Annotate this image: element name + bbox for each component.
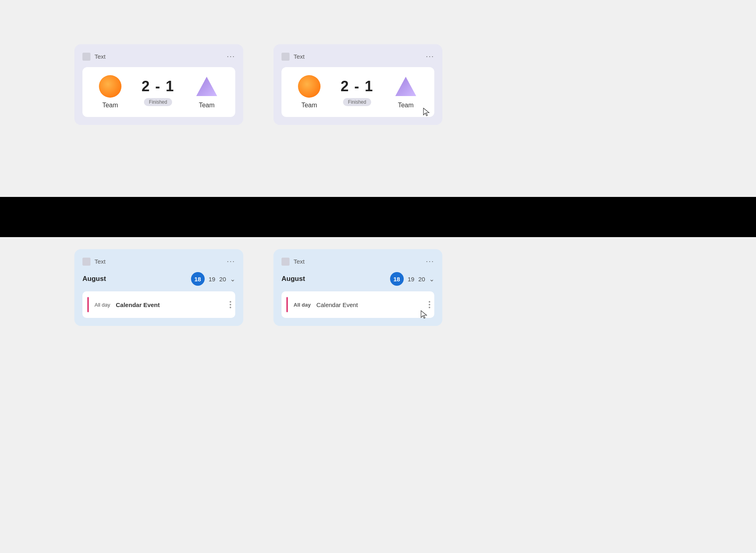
cal-dates-right: 18 19 20 ⌄ xyxy=(390,272,434,286)
text-icon-right xyxy=(281,53,290,61)
event-dot-3 xyxy=(230,307,231,308)
black-band xyxy=(0,197,756,237)
cal-event-row-left[interactable]: All day Calendar Event xyxy=(82,291,235,318)
team2-block-left: Team xyxy=(195,75,219,109)
text-icon-left xyxy=(82,53,90,61)
svg-marker-1 xyxy=(395,77,416,96)
card-header-left: Text ··· xyxy=(82,52,235,61)
score-center-left: 2 - 1 Finished xyxy=(142,78,175,106)
team1-logo-right xyxy=(298,75,320,98)
cal-header-right: Text ··· xyxy=(281,257,434,266)
team1-label-left: Team xyxy=(102,102,118,109)
cal-header-left-group: Text xyxy=(82,258,106,266)
cal-event-bar-left xyxy=(87,297,89,312)
score-text-left: 2 - 1 xyxy=(142,78,175,95)
finished-badge-right: Finished xyxy=(343,98,371,106)
more-dots-right[interactable]: ··· xyxy=(426,52,434,61)
svg-marker-0 xyxy=(196,77,217,96)
cal-header-left: Text ··· xyxy=(82,257,235,266)
cal-date-row-right: August 18 19 20 ⌄ xyxy=(281,272,434,286)
cal-event-bar-right xyxy=(286,297,288,312)
team1-block-left: Team xyxy=(99,75,121,109)
cal-date-active-left[interactable]: 18 xyxy=(191,272,205,286)
cal-more-dots-right[interactable]: ··· xyxy=(426,257,434,266)
cal-event-name-left: Calendar Event xyxy=(116,301,160,308)
card-header-right-group: Text xyxy=(281,53,305,61)
cal-date-active-right[interactable]: 18 xyxy=(390,272,404,286)
cal-date3-right[interactable]: 20 xyxy=(418,276,425,283)
cal-chevron-right[interactable]: ⌄ xyxy=(429,275,434,283)
calendar-card-left: Text ··· August 18 19 20 ⌄ All day Calen… xyxy=(74,249,243,326)
cal-header-right-group: Text xyxy=(281,258,305,266)
cal-allday-left: All day xyxy=(94,302,110,308)
cal-event-name-right: Calendar Event xyxy=(316,301,358,308)
team2-block-right: Team xyxy=(394,75,418,109)
card-header-left-group: Text xyxy=(82,53,106,61)
team2-label-right: Team xyxy=(398,102,413,109)
calendar-card-right: Text ··· August 18 19 20 ⌄ All day Calen… xyxy=(273,249,442,326)
score-card-right: Text ··· Team 2 - 1 Finished Team xyxy=(273,44,442,125)
event-dot-r3 xyxy=(429,307,430,308)
event-dot-1 xyxy=(230,301,231,303)
cal-text-icon-left xyxy=(82,258,90,266)
cal-card-title-right: Text xyxy=(294,258,305,265)
team1-logo-left xyxy=(99,75,121,98)
card-title-right: Text xyxy=(294,53,305,60)
cal-dates-left: 18 19 20 ⌄ xyxy=(191,272,235,286)
score-card-left: Text ··· Team 2 - 1 Finished Team xyxy=(74,44,243,125)
cal-date3-left[interactable]: 20 xyxy=(219,276,226,283)
card-header-right: Text ··· xyxy=(281,52,434,61)
event-dot-2 xyxy=(230,304,231,305)
cal-card-title-left: Text xyxy=(94,258,106,265)
team1-block-right: Team xyxy=(298,75,320,109)
event-dot-r2 xyxy=(429,304,430,305)
finished-badge-left: Finished xyxy=(144,98,172,106)
cal-month-right: August xyxy=(281,275,305,283)
cal-date-row-left: August 18 19 20 ⌄ xyxy=(82,272,235,286)
score-inner-left: Team 2 - 1 Finished Team xyxy=(82,67,235,117)
score-inner-right: Team 2 - 1 Finished Team xyxy=(281,67,434,117)
team1-label-right: Team xyxy=(301,102,317,109)
more-dots-left[interactable]: ··· xyxy=(227,52,235,61)
card-title-left: Text xyxy=(94,53,106,60)
cal-text-icon-right xyxy=(281,258,290,266)
cal-date2-right[interactable]: 19 xyxy=(408,276,415,283)
cal-event-row-right[interactable]: All day Calendar Event xyxy=(281,291,434,318)
event-dot-r1 xyxy=(429,301,430,303)
cal-allday-right: All day xyxy=(294,302,311,308)
team2-label-left: Team xyxy=(199,102,214,109)
score-center-right: 2 - 1 Finished xyxy=(341,78,374,106)
team2-logo-left xyxy=(195,75,219,98)
score-text-right: 2 - 1 xyxy=(341,78,374,95)
team2-logo-right xyxy=(394,75,418,98)
cal-event-dots-left[interactable] xyxy=(230,301,231,308)
cal-event-dots-right[interactable] xyxy=(429,301,430,308)
cal-more-dots-left[interactable]: ··· xyxy=(227,257,235,266)
cal-date2-left[interactable]: 19 xyxy=(209,276,216,283)
cal-chevron-left[interactable]: ⌄ xyxy=(230,275,235,283)
cal-month-left: August xyxy=(82,275,106,283)
